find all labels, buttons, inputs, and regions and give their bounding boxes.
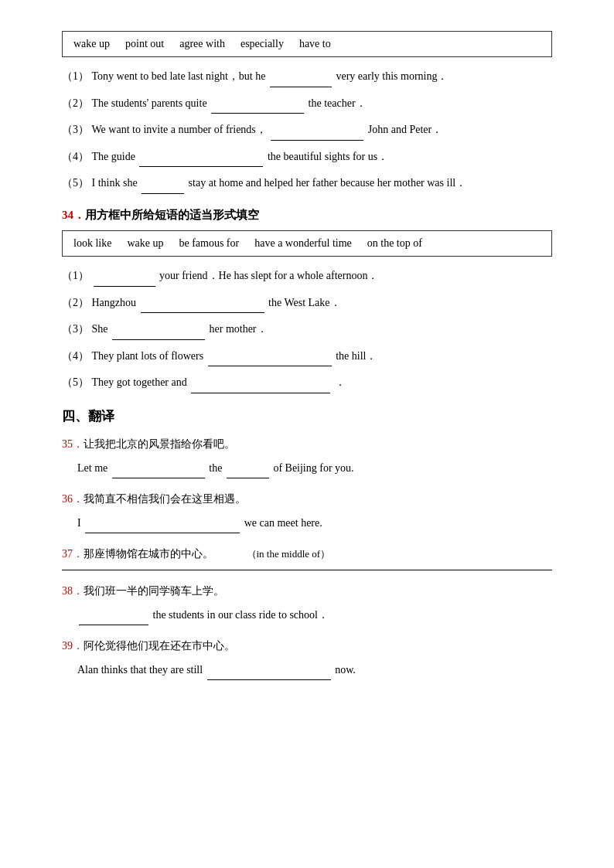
q37-full-blank[interactable] (62, 570, 552, 570)
section-34-num: 34． (62, 209, 85, 221)
section-34-heading: 34．用方框中所给短语的适当形式填空 (62, 208, 552, 223)
q33-3-blank[interactable] (271, 140, 363, 141)
q39-block: 39．阿伦觉得他们现在还在市中心。 Alan thinks that they … (62, 636, 552, 680)
four-title: 四、翻译 (62, 407, 552, 425)
q34-2-blank[interactable] (141, 312, 264, 313)
q33-4-num: （4） (62, 151, 89, 162)
q35-blank-1[interactable] (112, 478, 205, 478)
q33-3: （3） We want to invite a number of friend… (62, 120, 552, 141)
q33-4: （4） The guide the beautiful sights for u… (62, 147, 552, 168)
section-33-word-box: wake up point out agree with especially … (62, 31, 552, 194)
q34-5: （5） They got together and ． (62, 373, 552, 393)
q34-4-num: （4） (62, 350, 89, 362)
q39-blank[interactable] (207, 679, 331, 680)
q36-num: 36． (62, 493, 84, 505)
q36-chinese: 36．我简直不相信我们会在这里相遇。 (62, 489, 552, 510)
q34-3: （3） She her mother． (62, 319, 552, 340)
word-agreewith: agree with (179, 38, 225, 50)
q34-1-num: （1） (62, 270, 89, 281)
q33-1: （1） Tony went to bed late last night，but… (62, 66, 552, 87)
q35-text-b: the (209, 462, 222, 474)
q36-blank[interactable] (85, 533, 240, 533)
q33-4-text-b: the beautiful sights for us． (268, 151, 388, 162)
q33-3-text-b: John and Peter． (368, 124, 442, 135)
q34-2-num: （2） (62, 297, 89, 308)
q33-1-text-a: Tony went to bed late last night，but he (92, 70, 266, 82)
q33-1-num: （1） (62, 70, 89, 82)
q33-3-text-a: We want to invite a number of friends， (92, 124, 267, 135)
word-box-34: look like wake up be famous for have a w… (62, 230, 552, 257)
q36-block: 36．我简直不相信我们会在这里相遇。 I we can meet here. (62, 489, 552, 533)
q35-text-c: of Beijing for you. (273, 462, 353, 474)
word34-befamousfor: be famous for (179, 237, 239, 250)
q38-text: the students in our class ride to school… (153, 609, 329, 621)
q34-5-text-a: They got together and (92, 376, 187, 388)
q35-english: Let me the of Beijing for you. (77, 458, 552, 479)
q35-blank-2[interactable] (227, 478, 269, 478)
q33-4-text-a: The guide (92, 151, 135, 162)
q34-4-blank[interactable] (208, 366, 332, 366)
section-34: 34．用方框中所给短语的适当形式填空 look like wake up be … (62, 208, 552, 393)
q36-text-b: we can meet here. (244, 517, 322, 529)
q33-5: （5） I think she stay at home and helped … (62, 173, 552, 194)
q34-5-blank[interactable] (191, 393, 330, 393)
q39-text-a: Alan thinks that they are still (77, 664, 203, 676)
q34-5-text-b: ． (335, 376, 346, 388)
q38-chinese: 38．我们班一半的同学骑车上学。 (62, 581, 552, 602)
q34-1-text: your friend．He has slept for a whole aft… (159, 270, 378, 281)
q36-english: I we can meet here. (77, 513, 552, 534)
q34-3-blank[interactable] (112, 339, 205, 340)
q34-2: （2） Hangzhou the West Lake． (62, 293, 552, 314)
q33-3-num: （3） (62, 124, 89, 135)
q38-block: 38．我们班一半的同学骑车上学。 the students in our cla… (62, 581, 552, 625)
q39-english: Alan thinks that they are still now. (77, 660, 552, 681)
q34-1: （1） your friend．He has slept for a whole… (62, 266, 552, 287)
q39-chinese: 39．阿伦觉得他们现在还在市中心。 (62, 636, 552, 657)
q35-num: 35． (62, 438, 84, 450)
q38-blank[interactable] (79, 625, 148, 625)
q34-3-text-a: She (92, 323, 108, 335)
q35-text-a: Let me (77, 462, 111, 474)
word-especially: especially (240, 38, 284, 50)
word34-havewonderfultime: have a wonderful time (254, 237, 352, 250)
word34-onthetopof: on the top of (367, 237, 422, 250)
q33-5-num: （5） (62, 177, 89, 189)
word-haveto: have to (299, 38, 331, 50)
q39-num: 39． (62, 640, 84, 652)
q34-4-text-a: They plant lots of flowers (92, 350, 204, 362)
q33-2-num: （2） (62, 97, 89, 109)
q37-num: 37． (62, 548, 84, 560)
q34-2-text-a: Hangzhou (92, 297, 137, 308)
q34-4-text-b: the hill． (336, 350, 377, 362)
q33-5-blank[interactable] (142, 193, 184, 194)
q33-5-text-b: stay at home and helped her father becau… (189, 177, 467, 189)
q34-3-text-b: her mother． (210, 323, 268, 335)
q33-2-text-a: The students' parents quite (92, 97, 207, 109)
q37-chinese: 37．那座博物馆在城市的中心。 （in the middle of） (62, 544, 552, 565)
q34-3-num: （3） (62, 323, 89, 335)
q39-text-b: now. (335, 664, 356, 676)
q37-hint: （in the middle of） (217, 548, 331, 560)
word34-wakeup: wake up (127, 237, 163, 250)
q33-4-blank[interactable] (139, 166, 263, 167)
q33-1-blank[interactable] (270, 87, 332, 87)
word34-looklike: look like (73, 237, 111, 250)
q38-num: 38． (62, 585, 84, 597)
q33-2-text-b: the teacher． (309, 97, 367, 109)
q34-4: （4） They plant lots of flowers the hill． (62, 346, 552, 367)
q33-2-blank[interactable] (211, 113, 304, 114)
word-pointout: point out (125, 38, 164, 50)
word-box-33: wake up point out agree with especially … (62, 31, 552, 57)
q35-block: 35．让我把北京的风景指给你看吧。 Let me the of Beijing … (62, 434, 552, 478)
q35-chinese: 35．让我把北京的风景指给你看吧。 (62, 434, 552, 455)
q38-english: the students in our class ride to school… (77, 605, 552, 626)
q33-5-text-a: I think she (92, 177, 138, 189)
q34-2-text-b: the West Lake． (268, 297, 340, 308)
q36-text-a: I (77, 517, 81, 529)
q33-1-text-b: very early this morning． (336, 70, 448, 82)
q34-5-num: （5） (62, 376, 89, 388)
q33-2: （2） The students' parents quite the teac… (62, 94, 552, 114)
section-four: 四、翻译 35．让我把北京的风景指给你看吧。 Let me the of Bei… (62, 407, 552, 680)
q34-1-blank[interactable] (94, 286, 155, 287)
word-wakeup: wake up (73, 38, 110, 50)
